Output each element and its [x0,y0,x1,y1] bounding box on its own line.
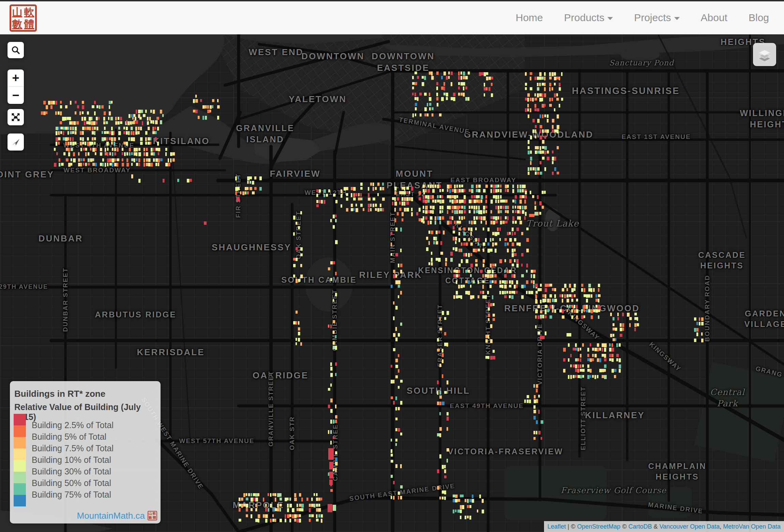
neighbourhood-label: CASCADE HEIGHTS [698,250,746,271]
street-label: EAST 49TH AVENUE [450,402,524,410]
street-label: VICTORIA DRIVE [536,323,544,385]
street-label: KINGSWAY [566,309,601,342]
neighbourhood-label: CHAMPLAIN HEIGHTS [648,461,707,482]
street-label: CAMBIE STREET [331,419,340,481]
street-label: GRANVILLE STREET [267,371,275,447]
street-label: OAK STREET [295,211,303,259]
neighbourhood-label: YALETOWN [289,94,347,105]
zoom-in-button[interactable]: + [7,69,24,87]
logo-char: 山 [11,6,23,18]
nav-item-home[interactable]: Home [516,12,543,24]
street-label: MAIN STREET [389,212,397,263]
attribution-link[interactable]: Leaflet [547,523,566,530]
logo-char: 軟 [23,6,35,18]
street-label: MARINE DRIVE [648,501,704,516]
legend-label: Building 30% of Total [32,467,111,476]
nav-item-about[interactable]: About [701,12,727,24]
street-label: EAST BROADWAY [450,176,516,185]
street-label: FIR STREET [234,173,243,218]
neighbourhood-label: RENFREW-COLLINGWOOD [504,303,639,314]
water-label: Trout Lake [526,218,579,230]
legend-swatch [14,425,26,437]
legend-label: Building 2.5% of Total [32,420,114,430]
legend-swatch [14,460,26,472]
street-label: WEST BROADWAY [63,166,131,175]
legend-label: Building 10% of Total [32,455,111,465]
neighbourhood-label: FAIRVIEW [270,168,320,180]
street-label: WEST 4TH AVENUE [63,141,134,150]
zoom-out-button[interactable]: − [7,87,24,104]
nav-item-label: Products [564,12,604,24]
legend-subtitle: Relative Value of Building (July 2015) [14,402,161,422]
neighbourhood-label: POINT GREY [0,169,54,181]
legend-swatch [14,449,26,460]
window-top-edge [0,0,784,1]
neighbourhood-label: SOUTH HILL [407,385,470,397]
legend-label: Building 75% of Total [32,490,111,500]
mountainmath-link[interactable]: MountainMath.ca [77,511,145,521]
locate-icon [11,138,20,146]
zoom-control: + − [7,69,24,104]
neighbourhood-label: DOWNTOWN EASTSIDE [372,51,435,74]
neighbourhood-label: VICTORIA-FRASERVIEW [448,446,563,457]
neighbourhood-label: GRANDVIEW-WOODLAND [464,129,593,141]
map-canvas[interactable]: WEST ENDDOWNTOWNDOWNTOWN EASTSIDEYALETOW… [0,34,784,532]
nav-item-blog[interactable]: Blog [749,12,769,24]
attribution-link[interactable]: Vancouver Open Data [659,523,720,530]
legend-color-ramp [14,414,26,506]
layers-icon [757,47,772,62]
attribution-link[interactable]: CartoDB [628,523,652,530]
legend-title: Buildings in RT* zone [14,389,105,399]
chevron-down-icon [674,17,680,20]
neighbourhood-label: SHAUGHNESSY [212,242,291,253]
neighbourhood-label: SOUTH CAMBIE [281,275,357,285]
seal-mini-char: 軟 [152,512,156,516]
street-label: EAST 1ST AVENUE [621,133,691,141]
mountainmath-logo[interactable]: 山軟數體 [10,4,37,32]
street-label: GRANG [755,364,783,379]
search-icon [11,46,20,54]
water-label: Sanctuary Pond [609,58,674,68]
nav-item-projects[interactable]: Projects [634,12,679,24]
legend-panel: Buildings in RT* zone Relative Value of … [10,381,161,523]
attribution-link[interactable]: OpenStreetMap [577,523,620,530]
street-label: WEST 57TH AVENUE [179,437,255,445]
mountainmath-seal-icon: 山軟數體 [148,511,157,520]
legend-swatch [14,483,26,495]
neighbourhood-label: WILLINGDON HEIGHTS [740,108,784,130]
search-button[interactable] [7,42,24,58]
neighbourhood-label: WEST END [248,47,303,58]
locate-button[interactable] [7,134,24,151]
street-label: KNIGHT STREET [484,294,493,355]
map-attribution: Leaflet | © OpenStreetMap © CartoDB & Va… [544,521,784,532]
neighbourhood-label: ARBUTUS RIDGE [95,309,176,320]
fullscreen-button[interactable] [7,109,24,125]
attribution-text: © [620,523,628,530]
neighbourhood-label: KERRISDALE [137,347,205,358]
neighbourhood-label: DUNBAR [39,233,83,245]
neighbourhood-label: MOUNT PLEASANT [387,168,442,191]
attribution-link[interactable]: MetroVan Open Data [723,523,781,530]
layers-button[interactable] [753,43,776,66]
street-label: OAK STR [288,416,297,450]
street-label: CAMBIE STREET [331,289,339,351]
legend-label: Building 50% of Total [32,478,111,488]
nav-item-label: Blog [749,12,769,24]
neighbourhood-label: DOWNTOWN [301,51,364,62]
nav-item-products[interactable]: Products [564,12,613,24]
street-label: SOUTH EAST MARINE DRIVE [349,482,456,503]
logo-char: 數 [11,18,23,30]
seal-mini-char: 數 [148,516,152,520]
legend-swatch [14,414,26,425]
street-label: WEST 12TH [305,189,347,197]
neighbourhood-label: OAKRIDGE [253,370,308,381]
neighbourhood-label: RILEY PARK [359,269,422,281]
seal-mini-char: 體 [152,516,156,520]
street-label: FRASER STREET [436,304,444,367]
neighbourhood-label: MARPOLE [233,500,284,511]
legend-swatch [14,495,26,506]
neighbourhood-label: GRANVILLE ISLAND [236,123,294,145]
attribution-text: , [720,523,723,530]
legend-label: Building 7.5% of Total [32,443,114,453]
neighbourhood-label: GARDEN VILLAGE [744,308,784,329]
